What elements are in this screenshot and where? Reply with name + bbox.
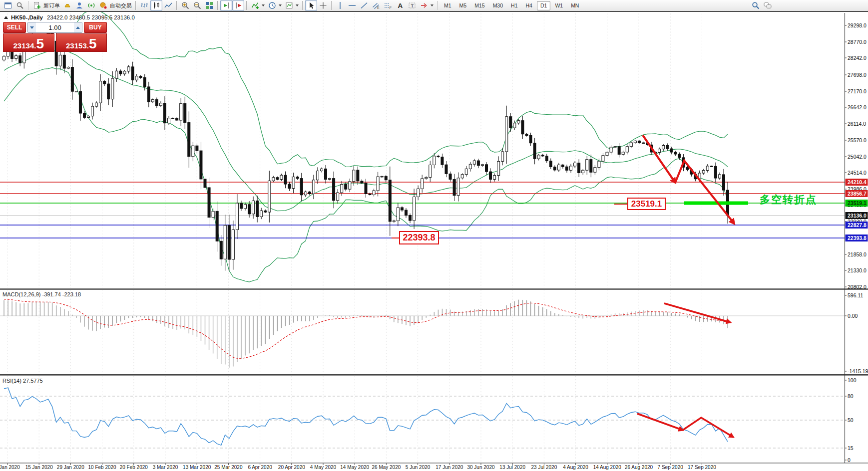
price-flag-22393.8: 22393.8 (848, 235, 867, 241)
level-annotation-23519[interactable]: 23519.1 (627, 198, 666, 210)
gold-badge-icon[interactable] (61, 0, 73, 11)
crosshair-button[interactable] (317, 0, 329, 11)
periods-button-dropdown-icon[interactable] (279, 4, 282, 6)
auto-trading-button-label[interactable]: 自动交易 (110, 2, 132, 9)
timeframe-button-M5[interactable]: M5 (456, 1, 470, 10)
signals-icon[interactable] (85, 0, 97, 11)
fibonacci-button[interactable] (382, 0, 394, 11)
indicators-button[interactable] (249, 0, 261, 11)
timeframe-button-D1[interactable]: D1 (537, 1, 550, 10)
date-label: 4 May 2020 (310, 465, 337, 470)
timeframe-button-M15[interactable]: M15 (471, 1, 488, 10)
volume-decrease-button[interactable] (28, 22, 36, 32)
search-button[interactable] (750, 0, 762, 11)
new-order-button-label[interactable]: 新订单 (43, 2, 60, 9)
timeframe-button-W1[interactable]: W1 (551, 1, 566, 10)
cursor-button[interactable] (305, 0, 317, 11)
vertical-line-button[interactable] (334, 0, 346, 11)
profile-icon[interactable] (73, 0, 85, 11)
svg-text:596.11: 596.11 (848, 292, 863, 298)
candlestick-chart-button[interactable] (150, 0, 162, 11)
svg-text:50: 50 (848, 417, 854, 423)
toolbar-separator (217, 1, 218, 10)
date-label: 26 May 2020 (372, 465, 401, 470)
sell-price-main: 23134. (13, 41, 36, 50)
auto-trading-button[interactable] (97, 0, 109, 11)
level-annotation-22393[interactable]: 22393.8 (399, 231, 439, 244)
date-label: 20 Feb 2020 (120, 465, 148, 470)
charts-window-icon[interactable] (2, 0, 14, 11)
ohlc-values: 23422.0 23460.5 23095.5 23136.0 (47, 14, 135, 20)
toolbar-separator (302, 1, 303, 10)
date-axis: 3 Jan 202015 Jan 202029 Jan 202010 Feb 2… (0, 465, 716, 470)
date-label: 14 May 2020 (340, 465, 369, 470)
horizontal-line-button[interactable] (346, 0, 358, 11)
date-label: 3 Jan 2020 (0, 465, 20, 470)
date-label: 10 Feb 2020 (88, 465, 117, 470)
templates-button[interactable] (283, 0, 295, 11)
timeframe-button-H1[interactable]: H1 (507, 1, 521, 10)
date-label: 26 Aug 2020 (625, 465, 653, 470)
svg-text:80: 80 (848, 393, 854, 399)
auto-scroll-button[interactable] (220, 0, 232, 11)
price-flag-24210.4: 24210.4 (848, 179, 867, 185)
trendline-button[interactable] (358, 0, 370, 11)
chat-button[interactable] (762, 0, 774, 11)
timeframe-button-M30[interactable]: M30 (489, 1, 506, 10)
buy-price[interactable]: 23153.5 (56, 33, 107, 52)
svg-text:28770.0: 28770.0 (848, 39, 867, 45)
new-order-button[interactable] (31, 0, 43, 11)
volume-spinner (27, 22, 82, 33)
symbol-period-label: HK50-,Daily (11, 14, 43, 20)
data-window-icon[interactable] (14, 0, 26, 11)
sell-button[interactable]: SELL (3, 22, 26, 33)
templates-button-dropdown-icon[interactable] (296, 4, 299, 6)
svg-text:28242.0: 28242.0 (848, 55, 867, 61)
zoom-in-button[interactable] (179, 0, 191, 11)
sell-price[interactable]: 23134.5 (3, 33, 54, 52)
date-label: 20 Apr 2020 (278, 465, 305, 470)
timeframe-button-M1[interactable]: M1 (440, 1, 455, 10)
date-label: 7 Sep 2020 (658, 465, 684, 470)
chart-shift-button[interactable] (232, 0, 244, 11)
chart-title: HK50-,Daily 23422.0 23460.5 23095.5 2313… (4, 14, 135, 20)
svg-text:0: 0 (848, 457, 851, 463)
timeframe-button-H4[interactable]: H4 (522, 1, 536, 10)
drawn-annotations[interactable] (392, 135, 748, 437)
text-label-button[interactable] (406, 0, 418, 11)
date-label: 15 Jan 2020 (25, 465, 53, 470)
collapse-icon[interactable] (4, 16, 8, 19)
bar-chart-button[interactable] (138, 0, 150, 11)
periods-button[interactable] (266, 0, 278, 11)
zoom-out-button[interactable] (191, 0, 203, 11)
buy-price-pips: 5 (89, 38, 97, 50)
svg-text:27170.0: 27170.0 (848, 88, 867, 94)
svg-text:27698.0: 27698.0 (848, 72, 867, 78)
svg-text:-1415.19: -1415.19 (848, 368, 868, 374)
text-button[interactable] (394, 0, 406, 11)
caret-up-icon (76, 26, 80, 29)
macd-trend-arrow-0 (664, 303, 730, 322)
arrows-button-dropdown-icon[interactable] (431, 4, 434, 6)
indicators-button-dropdown-icon[interactable] (262, 4, 265, 6)
timeframe-button-MN[interactable]: MN (567, 1, 582, 10)
macd-pane (0, 299, 845, 368)
buy-button[interactable]: BUY (84, 22, 107, 33)
price-trend-arrow-1 (675, 161, 734, 224)
volume-increase-button[interactable] (74, 22, 82, 32)
tile-windows-button[interactable] (203, 0, 215, 11)
caret-down-icon (30, 26, 34, 29)
svg-text:21858.0: 21858.0 (848, 251, 867, 257)
arrows-button[interactable] (418, 0, 430, 11)
volume-input[interactable] (36, 23, 74, 32)
toolbar-separator (246, 1, 247, 10)
equidistant-channel-button[interactable] (370, 0, 382, 11)
line-chart-button[interactable] (162, 0, 174, 11)
price-flag-23136.0: 23136.0 (848, 213, 867, 219)
svg-text:20802.0: 20802.0 (848, 284, 867, 290)
price-trend-arrow-0 (643, 135, 675, 183)
svg-text:15: 15 (848, 445, 854, 451)
one-click-trading-panel: SELL BUY 23134.5 23153.5 (3, 22, 107, 52)
svg-text:25570.0: 25570.0 (848, 137, 867, 143)
reversal-point-note[interactable]: 多空转折点 (760, 193, 817, 207)
